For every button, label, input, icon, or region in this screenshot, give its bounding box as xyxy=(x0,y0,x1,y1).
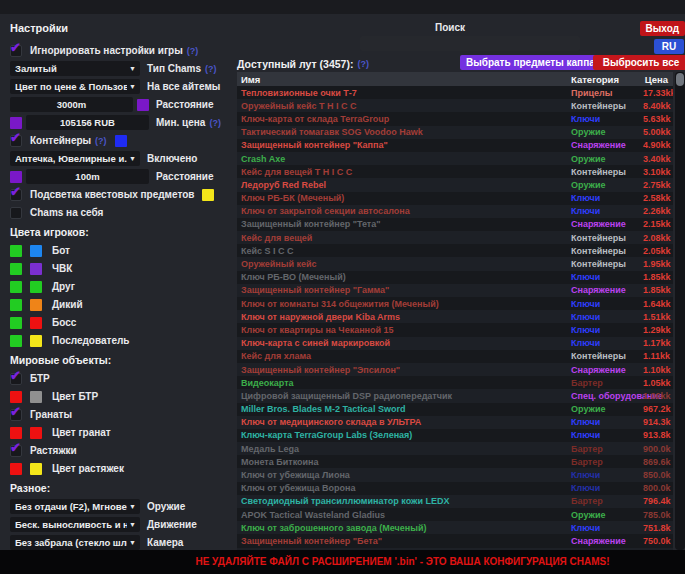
search-input[interactable] xyxy=(360,36,580,51)
help-icon[interactable]: (?) xyxy=(357,59,369,69)
player-color-swatch-1[interactable] xyxy=(10,281,22,293)
item-name: Тепловизионные очки Т-7 xyxy=(237,88,567,98)
btr-row[interactable]: ✔ БТР xyxy=(10,371,234,386)
table-row[interactable]: Ключ РБ-ВО (Меченый) Ключи 1.85kk xyxy=(237,271,673,284)
scrollbar-thumb[interactable] xyxy=(676,73,684,86)
table-row[interactable]: Защищенный контейнер "Эпсилон" Снаряжени… xyxy=(237,363,673,376)
table-row[interactable]: Ключ от заброшенного завода (Меченый) Кл… xyxy=(237,521,673,534)
containers-row[interactable]: ✔ Контейнеры (?) xyxy=(10,133,234,148)
table-row[interactable]: Ключ от убежища Лиона Ключи 850.0k xyxy=(237,468,673,481)
table-row[interactable]: Кейс S I C C Контейнеры 2.05kk xyxy=(237,244,673,257)
table-row[interactable]: Ключ от закрытой секции автосалона Ключи… xyxy=(237,205,673,218)
all-items-dropdown[interactable]: Цвет по цене & Пользователь ▼ xyxy=(10,79,140,94)
column-category[interactable]: Категория xyxy=(567,74,639,85)
min-price-input[interactable]: 105156 RUB xyxy=(26,115,149,130)
containers-dropdown[interactable]: Аптечка, Ювелирные и... ▼ xyxy=(10,151,140,166)
player-color-swatch-1[interactable] xyxy=(10,245,22,257)
table-row[interactable]: Монета Биткоина Бартер 869.6k xyxy=(237,455,673,468)
table-row[interactable]: Цифровой защищенный DSP радиопередатчик … xyxy=(237,389,673,402)
player-color-swatch-2[interactable] xyxy=(30,317,42,329)
tripwires-row[interactable]: ✔ Растяжки xyxy=(10,443,234,458)
quest-highlight-row[interactable]: ✔ Подсветка квестовых предметов xyxy=(10,187,234,202)
distance-input[interactable]: 3000m xyxy=(10,97,133,112)
chams-type-dropdown[interactable]: Залитый ▼ xyxy=(10,61,140,76)
table-row[interactable]: Ледоруб Red Rebel Оружие 2.75kk xyxy=(237,178,673,191)
help-icon[interactable]: (?) xyxy=(205,64,217,74)
player-color-swatch-1[interactable] xyxy=(10,299,22,311)
column-name[interactable]: Имя xyxy=(237,74,567,85)
player-color-swatch-2[interactable] xyxy=(30,263,42,275)
containers-checkbox[interactable]: ✔ xyxy=(10,135,22,147)
containers-color-swatch[interactable] xyxy=(115,135,127,147)
player-color-swatch-2[interactable] xyxy=(30,281,42,293)
ignore-game-settings-checkbox[interactable]: ✔ xyxy=(10,45,22,57)
table-row[interactable]: Светодиодный трансиллюминатор кожи LEDX … xyxy=(237,495,673,508)
table-row[interactable]: Кейс для вещей T H I C C Контейнеры 3.10… xyxy=(237,165,673,178)
btr-color-swatch-2[interactable] xyxy=(30,391,42,403)
table-row[interactable]: Ключ РБ-БК (Меченый) Ключи 2.58kk xyxy=(237,192,673,205)
tripwires-checkbox[interactable]: ✔ xyxy=(10,445,22,457)
tripwire-color-swatch-1[interactable] xyxy=(10,463,22,475)
table-row[interactable]: Ключ-карта с синей маркировкой Ключи 1.1… xyxy=(237,337,673,350)
help-icon[interactable]: (?) xyxy=(187,46,199,56)
panel-title: Настройки xyxy=(10,22,234,34)
item-category: Оружие xyxy=(567,510,639,520)
grenade-color-swatch-1[interactable] xyxy=(10,427,22,439)
chams-self-row[interactable]: Chams на себя xyxy=(10,205,234,220)
table-row[interactable]: Ключ-карта TerraGroup Labs (Зеленая) Клю… xyxy=(237,429,673,442)
btr-color-swatch-1[interactable] xyxy=(10,391,22,403)
table-row[interactable]: Crash Axe Оружие 3.40kk xyxy=(237,152,673,165)
discard-all-button[interactable]: Выбросить все xyxy=(593,55,685,70)
tripwire-color-swatch-2[interactable] xyxy=(30,463,42,475)
table-row[interactable]: Видеокарта Бартер 1.05kk xyxy=(237,376,673,389)
exit-button[interactable]: Выход xyxy=(640,21,685,36)
player-color-swatch-1[interactable] xyxy=(10,317,22,329)
table-row[interactable]: Ключ от убежища Ворона Ключи 800.0k xyxy=(237,482,673,495)
table-row[interactable]: Оружейный кейс Контейнеры 1.95kk xyxy=(237,257,673,270)
table-row[interactable]: Ключ-карта от склада TerraGroup Ключи 5.… xyxy=(237,112,673,125)
table-row[interactable]: Ключ от комнаты 314 общежития (Меченый) … xyxy=(237,297,673,310)
table-row[interactable]: Ключ от наружной двери Kiba Arms Ключи 1… xyxy=(237,310,673,323)
containers-distance-swatch[interactable] xyxy=(10,171,22,183)
table-row[interactable]: Тепловизионные очки Т-7 Прицелы 17.33kk xyxy=(237,86,673,99)
quest-highlight-swatch[interactable] xyxy=(202,189,214,201)
movement-dropdown[interactable]: Беск. выносливость и нет уста ▼ xyxy=(10,517,140,532)
btr-checkbox[interactable]: ✔ xyxy=(10,373,22,385)
scrollbar[interactable] xyxy=(675,72,685,550)
table-row[interactable]: Miller Bros. Blades M-2 Tactical Sword О… xyxy=(237,403,673,416)
select-kappa-items-button[interactable]: Выбрать предметы каппа xyxy=(460,55,601,70)
table-row[interactable]: Ключ от медицинского склада в УЛЬТРА Клю… xyxy=(237,416,673,429)
table-row[interactable]: Оружейный кейс T H I C C Контейнеры 8.40… xyxy=(237,99,673,112)
grenades-row[interactable]: ✔ Гранаты xyxy=(10,407,234,422)
table-row[interactable]: Медаль Lega Бартер 900.0k xyxy=(237,442,673,455)
distance-color-swatch[interactable] xyxy=(137,99,149,111)
table-row[interactable]: Защищенный контейнер "Бета" Снаряжение 7… xyxy=(237,534,673,547)
help-icon[interactable]: (?) xyxy=(209,118,221,128)
grenade-color-swatch-2[interactable] xyxy=(30,427,42,439)
table-row[interactable]: Тактический томагавк SOG Voodoo Hawk Ору… xyxy=(237,126,673,139)
chams-self-checkbox[interactable] xyxy=(10,207,22,219)
player-color-swatch-2[interactable] xyxy=(30,299,42,311)
player-color-row: Последователь xyxy=(10,333,234,348)
column-price[interactable]: Цена xyxy=(639,74,673,85)
player-color-swatch-1[interactable] xyxy=(10,263,22,275)
grenades-checkbox[interactable]: ✔ xyxy=(10,409,22,421)
table-row[interactable]: APOK Tactical Wasteland Gladius Оружие 7… xyxy=(237,508,673,521)
min-price-color-swatch[interactable] xyxy=(10,117,22,129)
quest-highlight-checkbox[interactable]: ✔ xyxy=(10,189,22,201)
player-color-swatch-2[interactable] xyxy=(30,335,42,347)
help-icon[interactable]: (?) xyxy=(95,136,107,146)
table-row[interactable]: Кейс для хлама Контейнеры 1.11kk xyxy=(237,350,673,363)
ignore-game-settings-row[interactable]: ✔ Игнорировать настройки игры (?) xyxy=(10,43,234,58)
table-row[interactable]: Кейс для вещей Контейнеры 2.08kk xyxy=(237,231,673,244)
table-row[interactable]: Защищенный контейнер "Каппа" Снаряжение … xyxy=(237,139,673,152)
player-color-swatch-2[interactable] xyxy=(30,245,42,257)
table-row[interactable]: Защищенный контейнер "Гамма" Снаряжение … xyxy=(237,284,673,297)
language-button[interactable]: RU xyxy=(654,39,684,54)
weapon-dropdown[interactable]: Без отдачи (F2), Мгновенное п ▼ xyxy=(10,499,140,514)
containers-distance-input[interactable]: 100m xyxy=(26,169,149,184)
table-row[interactable]: Защищенный контейнер "Тета" Снаряжение 2… xyxy=(237,218,673,231)
table-row[interactable]: Ключ от квартиры на Чеканной 15 Ключи 1.… xyxy=(237,323,673,336)
player-color-swatch-1[interactable] xyxy=(10,335,22,347)
camera-dropdown[interactable]: Без забрала (стекло шлема) ▼ xyxy=(10,535,140,550)
